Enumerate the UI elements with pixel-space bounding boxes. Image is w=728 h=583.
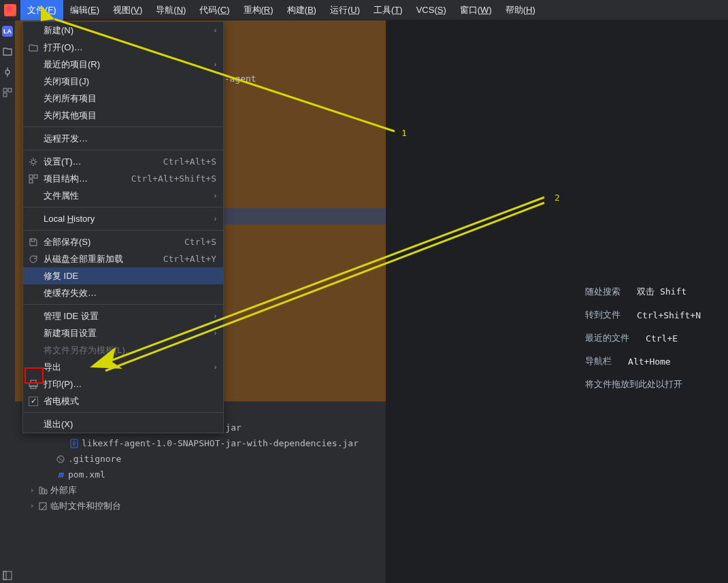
svg-rect-2 [8,88,12,92]
svg-rect-3 [3,93,7,97]
menubar-item-tools[interactable]: 工具(T) [367,0,410,20]
hint-drop: 将文件拖放到此处以打开 [585,378,682,390]
chevron-right-icon: › [214,215,216,222]
tree-row[interactable]: mpom.xml [15,467,386,482]
tree-row[interactable]: ›临时文件和控制台 [15,498,386,514]
chevron-right-icon: › [214,61,216,68]
gitignore-icon [54,454,67,464]
menu-item-close-project[interactable]: 关闭项目(J) [23,73,223,90]
menu-item-repair-ide[interactable]: 修复 IDE [23,267,223,284]
menu-item-save-file-as-template[interactable]: 将文件另存为模板(L)… [23,342,223,359]
svg-rect-14 [31,380,36,383]
svg-point-10 [31,160,35,164]
tree-row[interactable]: ›外部库 [15,482,386,498]
hint-shortcut: Ctrl+Shift+N [637,310,701,320]
svg-point-0 [5,70,10,74]
annotation-label-2: 2 [555,193,560,203]
structure-icon [27,174,39,184]
hint-label: 最近的文件 [585,332,629,344]
hint-shortcut: Ctrl+E [646,333,678,344]
svg-text:0: 0 [73,441,76,447]
checkbox-checked-icon: ✓ [29,397,38,406]
chevron-right-icon: › [214,312,216,320]
project-toolwindow-icon[interactable] [2,46,13,57]
menu-item-settings[interactable]: 设置(T)…Ctrl+Alt+S [23,153,223,170]
menubar-item-navigate[interactable]: 导航(N) [149,0,193,20]
svg-rect-13 [29,180,33,183]
menu-item-close-other-projects[interactable]: 关闭其他项目 [23,107,223,124]
hint-label: 转到文件 [585,309,621,321]
menu-separator [23,230,223,231]
menu-item-local-history[interactable]: Local History› [23,210,223,227]
menu-item-new-project-settings[interactable]: 新建项目设置› [23,324,223,342]
menu-item-reload-from-disk[interactable]: 从磁盘全部重新加载Ctrl+Alt+Y [23,250,223,267]
menu-item-file-properties[interactable]: 文件属性› [23,187,223,204]
menubar-item-edit[interactable]: 编辑(E) [63,0,106,20]
commit-toolwindow-icon[interactable] [2,67,13,78]
annotation-label-1: 1 [401,128,407,138]
svg-rect-21 [3,571,6,580]
editor-empty-area: 随处搜索双击 Shift 转到文件Ctrl+Shift+N 最近的文件Ctrl+… [386,20,728,583]
menubar-item-file[interactable]: 文件(F) [20,0,63,20]
menu-item-print[interactable]: 打印(P)… [23,376,223,393]
tree-row[interactable]: 0likexff-agent-1.0-SNAPSHOT-jar-with-dep… [15,435,386,451]
svg-rect-1 [3,88,7,92]
menubar-item-vcs[interactable]: VCS(S) [410,0,453,20]
menubar-item-build[interactable]: 构建(B) [280,0,323,20]
file-menu-dropdown: 新建(N)› 打开(O)… 最近的项目(R)› 关闭项目(J) 关闭所有项目 关… [22,21,224,433]
chevron-right-icon: › [214,363,216,371]
library-icon [37,486,49,495]
chevron-right-icon: › [214,329,216,337]
chevron-right-icon: › [214,27,216,34]
menubar-item-view[interactable]: 视图(V) [106,0,149,20]
menu-separator [23,127,223,127]
menubar-item-window[interactable]: 窗口(W) [453,0,499,20]
tree-row[interactable]: .gitignore [15,451,386,467]
hint-shortcut: 双击 Shift [637,286,686,298]
menu-separator [23,207,223,207]
menu-separator [23,412,223,413]
menu-item-exit[interactable]: 退出(X) [23,416,223,433]
menubar-item-refactor[interactable]: 重构(R) [237,0,280,20]
reload-icon [27,254,39,264]
menu-item-invalidate-caches[interactable]: 使缓存失效… [23,284,223,301]
hint-shortcut: Alt+Home [628,356,671,367]
menu-item-remote-dev[interactable]: 远程开发… [23,130,223,147]
hint-label: 导航栏 [585,355,612,367]
chevron-right-icon: › [214,192,216,199]
svg-rect-12 [34,175,37,178]
chevron-right-icon: › [27,486,37,494]
jar-icon: 0 [68,439,80,448]
menu-item-close-all-projects[interactable]: 关闭所有项目 [23,90,223,107]
menu-item-power-save-mode[interactable]: ✓省电模式 [23,393,223,410]
menu-item-recent-projects[interactable]: 最近的项目(R)› [23,56,223,73]
svg-rect-20 [3,571,12,580]
chevron-right-icon: › [27,502,37,510]
hint-label: 随处搜索 [585,286,621,298]
menubar: 文件(F) 编辑(E) 视图(V) 导航(N) 代码(C) 重构(R) 构建(B… [0,0,728,20]
gear-icon [27,157,39,167]
menu-separator [23,150,223,150]
svg-rect-11 [29,175,33,178]
menu-item-new[interactable]: 新建(N)› [23,22,223,39]
menu-item-project-structure[interactable]: 项目结构…Ctrl+Alt+Shift+S [23,170,223,187]
menu-item-open[interactable]: 打开(O)… [23,39,223,56]
folder-icon [27,43,39,52]
project-badge[interactable]: LA [2,26,13,37]
editor-hints: 随处搜索双击 Shift 转到文件Ctrl+Shift+N 最近的文件Ctrl+… [585,286,701,390]
print-icon [27,380,39,389]
left-toolbar: LA [0,20,15,583]
menu-item-save-all[interactable]: 全部保存(S)Ctrl+S [23,233,223,250]
menubar-item-help[interactable]: 帮助(H) [499,0,542,20]
structure-toolwindow-icon[interactable] [2,87,13,98]
menu-separator [23,304,223,305]
menubar-item-code[interactable]: 代码(C) [193,0,236,20]
ide-logo-icon [4,4,16,16]
menubar-item-run[interactable]: 运行(U) [323,0,367,20]
menu-item-export[interactable]: 导出› [23,359,223,376]
maven-icon: m [54,469,67,480]
toolwindow-toggle-icon[interactable] [0,568,15,583]
save-icon [27,237,39,247]
menu-item-manage-ide-settings[interactable]: 管理 IDE 设置› [23,307,223,324]
scratch-icon [37,501,49,511]
